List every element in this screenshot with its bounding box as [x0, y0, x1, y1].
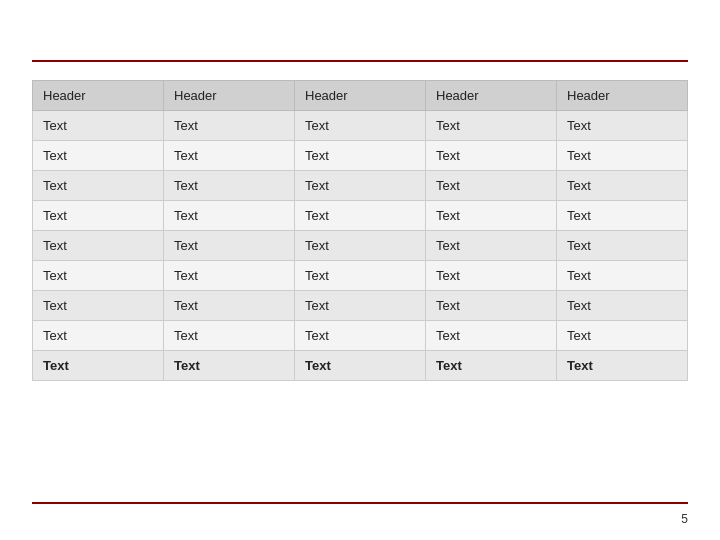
header-cell-2: Header [295, 81, 426, 111]
table-cell-0-2: Text [295, 111, 426, 141]
table-cell-6-0: Text [33, 291, 164, 321]
header-cell-0: Header [33, 81, 164, 111]
table-row: TextTextTextTextText [33, 231, 688, 261]
table-cell-4-0: Text [33, 231, 164, 261]
table-cell-5-2: Text [295, 261, 426, 291]
table-cell-3-2: Text [295, 201, 426, 231]
footer-cell-4: Text [557, 351, 688, 381]
table-cell-7-1: Text [164, 321, 295, 351]
table-cell-0-4: Text [557, 111, 688, 141]
table-row: TextTextTextTextText [33, 291, 688, 321]
main-table: HeaderHeaderHeaderHeaderHeader TextTextT… [32, 80, 688, 381]
table-row: TextTextTextTextText [33, 171, 688, 201]
table-cell-6-2: Text [295, 291, 426, 321]
header-cell-4: Header [557, 81, 688, 111]
table-cell-3-1: Text [164, 201, 295, 231]
table-row: TextTextTextTextText [33, 321, 688, 351]
page-number: 5 [681, 512, 688, 526]
table-cell-3-3: Text [426, 201, 557, 231]
table-wrapper: HeaderHeaderHeaderHeaderHeader TextTextT… [32, 80, 688, 381]
table-cell-1-2: Text [295, 141, 426, 171]
table-cell-2-4: Text [557, 171, 688, 201]
table-cell-5-4: Text [557, 261, 688, 291]
table-cell-1-4: Text [557, 141, 688, 171]
table-cell-2-2: Text [295, 171, 426, 201]
table-cell-0-3: Text [426, 111, 557, 141]
table-footer-row: TextTextTextTextText [33, 351, 688, 381]
table-cell-6-4: Text [557, 291, 688, 321]
table-cell-4-1: Text [164, 231, 295, 261]
table-row: TextTextTextTextText [33, 201, 688, 231]
table-cell-5-0: Text [33, 261, 164, 291]
table-cell-3-4: Text [557, 201, 688, 231]
table-cell-1-3: Text [426, 141, 557, 171]
header-row: HeaderHeaderHeaderHeaderHeader [33, 81, 688, 111]
table-cell-0-1: Text [164, 111, 295, 141]
table-cell-1-0: Text [33, 141, 164, 171]
table-row: TextTextTextTextText [33, 111, 688, 141]
table-cell-7-4: Text [557, 321, 688, 351]
top-rule [32, 60, 688, 62]
table-cell-7-2: Text [295, 321, 426, 351]
table-cell-4-4: Text [557, 231, 688, 261]
footer-cell-2: Text [295, 351, 426, 381]
footer-cell-1: Text [164, 351, 295, 381]
footer-cell-3: Text [426, 351, 557, 381]
footer-cell-0: Text [33, 351, 164, 381]
table-cell-6-1: Text [164, 291, 295, 321]
table-cell-2-1: Text [164, 171, 295, 201]
table-row: TextTextTextTextText [33, 141, 688, 171]
table-cell-4-2: Text [295, 231, 426, 261]
bottom-rule [32, 502, 688, 504]
table-cell-7-0: Text [33, 321, 164, 351]
table-cell-0-0: Text [33, 111, 164, 141]
table-cell-7-3: Text [426, 321, 557, 351]
table-cell-6-3: Text [426, 291, 557, 321]
table-row: TextTextTextTextText [33, 261, 688, 291]
header-cell-1: Header [164, 81, 295, 111]
table-cell-1-1: Text [164, 141, 295, 171]
table-cell-3-0: Text [33, 201, 164, 231]
table-cell-5-3: Text [426, 261, 557, 291]
table-cell-2-3: Text [426, 171, 557, 201]
table-cell-2-0: Text [33, 171, 164, 201]
header-cell-3: Header [426, 81, 557, 111]
table-cell-5-1: Text [164, 261, 295, 291]
table-cell-4-3: Text [426, 231, 557, 261]
